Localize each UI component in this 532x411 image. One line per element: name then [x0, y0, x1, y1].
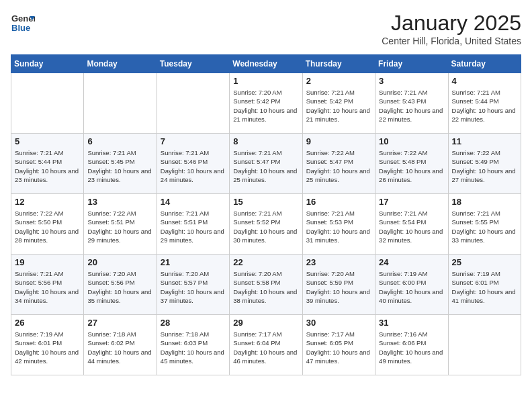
day-cell: 14Sunrise: 7:21 AMSunset: 5:51 PMDayligh…	[157, 194, 229, 255]
day-cell: 16Sunrise: 7:21 AMSunset: 5:53 PMDayligh…	[302, 194, 375, 255]
day-number: 9	[306, 136, 371, 146]
day-cell: 4Sunrise: 7:21 AMSunset: 5:44 PMDaylight…	[448, 73, 521, 134]
week-row-4: 19Sunrise: 7:21 AMSunset: 5:56 PMDayligh…	[11, 255, 521, 315]
day-number: 28	[161, 318, 226, 328]
day-number: 15	[233, 197, 298, 207]
day-cell: 12Sunrise: 7:22 AMSunset: 5:50 PMDayligh…	[11, 194, 84, 255]
logo: General Blue	[11, 11, 35, 38]
day-number: 13	[87, 197, 152, 207]
day-info: Sunrise: 7:19 AMSunset: 6:01 PMDaylight:…	[15, 330, 80, 365]
page-header: General Blue January 2025 Center Hill, F…	[11, 11, 521, 46]
day-info: Sunrise: 7:21 AMSunset: 5:51 PMDaylight:…	[161, 209, 226, 244]
day-info: Sunrise: 7:21 AMSunset: 5:43 PMDaylight:…	[379, 88, 444, 124]
day-number: 17	[379, 197, 444, 207]
day-cell: 3Sunrise: 7:21 AMSunset: 5:43 PMDaylight…	[375, 73, 448, 134]
day-info: Sunrise: 7:21 AMSunset: 5:53 PMDaylight:…	[306, 209, 371, 244]
day-info: Sunrise: 7:21 AMSunset: 5:45 PMDaylight:…	[87, 148, 152, 184]
day-number: 6	[87, 136, 152, 146]
day-cell: 25Sunrise: 7:19 AMSunset: 6:01 PMDayligh…	[448, 255, 521, 315]
day-info: Sunrise: 7:21 AMSunset: 5:47 PMDaylight:…	[233, 148, 298, 184]
day-number: 5	[15, 136, 80, 146]
week-row-5: 26Sunrise: 7:19 AMSunset: 6:01 PMDayligh…	[11, 315, 521, 375]
day-number: 22	[233, 257, 298, 267]
logo-icon: General Blue	[11, 11, 35, 38]
day-cell: 22Sunrise: 7:20 AMSunset: 5:58 PMDayligh…	[230, 255, 302, 315]
day-cell: 8Sunrise: 7:21 AMSunset: 5:47 PMDaylight…	[230, 134, 302, 194]
day-info: Sunrise: 7:21 AMSunset: 5:44 PMDaylight:…	[452, 88, 517, 124]
day-info: Sunrise: 7:21 AMSunset: 5:46 PMDaylight:…	[161, 148, 226, 184]
day-number: 16	[306, 197, 371, 207]
day-info: Sunrise: 7:19 AMSunset: 6:01 PMDaylight:…	[452, 269, 517, 305]
day-number: 14	[161, 197, 226, 207]
week-row-1: 1Sunrise: 7:20 AMSunset: 5:42 PMDaylight…	[11, 73, 521, 134]
day-info: Sunrise: 7:18 AMSunset: 6:02 PMDaylight:…	[87, 330, 152, 365]
col-wednesday: Wednesday	[230, 55, 302, 73]
day-info: Sunrise: 7:21 AMSunset: 5:55 PMDaylight:…	[452, 209, 517, 244]
day-info: Sunrise: 7:20 AMSunset: 5:57 PMDaylight:…	[161, 269, 226, 305]
day-number: 19	[15, 257, 80, 267]
day-info: Sunrise: 7:17 AMSunset: 6:04 PMDaylight:…	[233, 330, 298, 365]
calendar-subtitle: Center Hill, Florida, United States	[382, 36, 521, 46]
title-block: January 2025 Center Hill, Florida, Unite…	[382, 11, 521, 46]
day-cell	[84, 73, 157, 134]
day-cell: 31Sunrise: 7:16 AMSunset: 6:06 PMDayligh…	[375, 315, 448, 375]
svg-text:Blue: Blue	[11, 23, 30, 33]
day-cell	[11, 73, 84, 134]
col-friday: Friday	[375, 55, 448, 73]
day-number: 2	[306, 76, 371, 86]
day-cell: 19Sunrise: 7:21 AMSunset: 5:56 PMDayligh…	[11, 255, 84, 315]
day-cell: 21Sunrise: 7:20 AMSunset: 5:57 PMDayligh…	[157, 255, 229, 315]
day-cell: 24Sunrise: 7:19 AMSunset: 6:00 PMDayligh…	[375, 255, 448, 315]
day-number: 31	[379, 318, 444, 328]
day-info: Sunrise: 7:20 AMSunset: 5:58 PMDaylight:…	[233, 269, 298, 305]
col-thursday: Thursday	[302, 55, 375, 73]
day-cell: 17Sunrise: 7:21 AMSunset: 5:54 PMDayligh…	[375, 194, 448, 255]
day-cell: 7Sunrise: 7:21 AMSunset: 5:46 PMDaylight…	[157, 134, 229, 194]
day-cell: 15Sunrise: 7:21 AMSunset: 5:52 PMDayligh…	[230, 194, 302, 255]
day-number: 11	[452, 136, 517, 146]
week-row-3: 12Sunrise: 7:22 AMSunset: 5:50 PMDayligh…	[11, 194, 521, 255]
day-info: Sunrise: 7:19 AMSunset: 6:00 PMDaylight:…	[379, 269, 444, 305]
day-info: Sunrise: 7:22 AMSunset: 5:49 PMDaylight:…	[452, 148, 517, 184]
day-number: 3	[379, 76, 444, 86]
day-info: Sunrise: 7:21 AMSunset: 5:44 PMDaylight:…	[15, 148, 80, 184]
day-number: 27	[87, 318, 152, 328]
day-number: 1	[233, 76, 298, 86]
col-tuesday: Tuesday	[157, 55, 229, 73]
day-cell: 10Sunrise: 7:22 AMSunset: 5:48 PMDayligh…	[375, 134, 448, 194]
day-info: Sunrise: 7:16 AMSunset: 6:06 PMDaylight:…	[379, 330, 444, 365]
day-cell: 30Sunrise: 7:17 AMSunset: 6:05 PMDayligh…	[302, 315, 375, 375]
day-number: 12	[15, 197, 80, 207]
day-number: 25	[452, 257, 517, 267]
day-info: Sunrise: 7:18 AMSunset: 6:03 PMDaylight:…	[161, 330, 226, 365]
day-cell: 29Sunrise: 7:17 AMSunset: 6:04 PMDayligh…	[230, 315, 302, 375]
day-info: Sunrise: 7:21 AMSunset: 5:52 PMDaylight:…	[233, 209, 298, 244]
day-number: 7	[161, 136, 226, 146]
day-number: 18	[452, 197, 517, 207]
calendar-header-row: Sunday Monday Tuesday Wednesday Thursday…	[11, 55, 521, 73]
day-info: Sunrise: 7:20 AMSunset: 5:42 PMDaylight:…	[233, 88, 298, 124]
day-number: 4	[452, 76, 517, 86]
day-cell: 23Sunrise: 7:20 AMSunset: 5:59 PMDayligh…	[302, 255, 375, 315]
day-number: 23	[306, 257, 371, 267]
day-cell: 27Sunrise: 7:18 AMSunset: 6:02 PMDayligh…	[84, 315, 157, 375]
day-info: Sunrise: 7:22 AMSunset: 5:48 PMDaylight:…	[379, 148, 444, 184]
day-info: Sunrise: 7:22 AMSunset: 5:47 PMDaylight:…	[306, 148, 371, 184]
day-info: Sunrise: 7:21 AMSunset: 5:42 PMDaylight:…	[306, 88, 371, 124]
day-info: Sunrise: 7:21 AMSunset: 5:56 PMDaylight:…	[15, 269, 80, 305]
day-cell: 1Sunrise: 7:20 AMSunset: 5:42 PMDaylight…	[230, 73, 302, 134]
calendar-table: Sunday Monday Tuesday Wednesday Thursday…	[11, 54, 521, 375]
day-number: 24	[379, 257, 444, 267]
day-cell: 26Sunrise: 7:19 AMSunset: 6:01 PMDayligh…	[11, 315, 84, 375]
day-cell	[448, 315, 521, 375]
col-saturday: Saturday	[448, 55, 521, 73]
day-cell: 2Sunrise: 7:21 AMSunset: 5:42 PMDaylight…	[302, 73, 375, 134]
day-number: 30	[306, 318, 371, 328]
day-info: Sunrise: 7:22 AMSunset: 5:51 PMDaylight:…	[87, 209, 152, 244]
day-cell: 20Sunrise: 7:20 AMSunset: 5:56 PMDayligh…	[84, 255, 157, 315]
day-cell	[157, 73, 229, 134]
day-cell: 18Sunrise: 7:21 AMSunset: 5:55 PMDayligh…	[448, 194, 521, 255]
day-info: Sunrise: 7:21 AMSunset: 5:54 PMDaylight:…	[379, 209, 444, 244]
day-info: Sunrise: 7:20 AMSunset: 5:56 PMDaylight:…	[87, 269, 152, 305]
week-row-2: 5Sunrise: 7:21 AMSunset: 5:44 PMDaylight…	[11, 134, 521, 194]
